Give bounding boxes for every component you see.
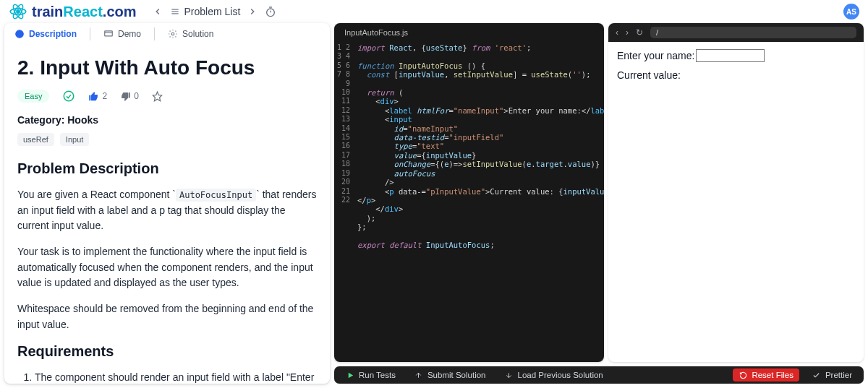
preview-current-value: Current value: xyxy=(617,69,855,81)
svg-marker-16 xyxy=(153,92,162,101)
check-icon xyxy=(812,371,821,379)
left-tabs: i Description Demo Solution xyxy=(4,23,330,45)
solution-icon xyxy=(168,29,178,39)
difficulty-badge: Easy xyxy=(17,90,49,103)
topbar: trainReact.com Problem List AS xyxy=(0,0,868,23)
reset-icon xyxy=(739,371,747,379)
avatar[interactable]: AS xyxy=(843,4,859,20)
preview-name-input[interactable] xyxy=(696,49,765,62)
problem-list-menu-button[interactable]: Problem List xyxy=(170,6,241,17)
svg-point-0 xyxy=(17,10,20,13)
category: Category: Hooks xyxy=(17,114,317,126)
brand-train: train xyxy=(32,4,63,20)
preview-back-icon[interactable]: ‹ xyxy=(616,28,618,37)
svg-marker-17 xyxy=(348,372,352,377)
run-tests-button[interactable]: Run Tests xyxy=(340,368,401,381)
solved-check-icon xyxy=(62,90,75,103)
preview-url-bar[interactable]: / xyxy=(650,27,856,38)
desc-para-3: Whitespace should be removed from the be… xyxy=(17,301,317,332)
code-body[interactable]: 1 2 3 4 5 6 7 8 9 10 11 12 13 14 15 16 1… xyxy=(334,38,604,362)
brand-react: React xyxy=(63,4,102,20)
description-icon: i xyxy=(14,29,25,39)
download-icon xyxy=(504,371,513,379)
tab-solution[interactable]: Solution xyxy=(168,29,213,39)
brand-logo[interactable]: trainReact.com xyxy=(9,2,137,21)
code-editor[interactable]: InputAutoFocus.js 1 2 3 4 5 6 7 8 9 10 1… xyxy=(334,23,604,362)
dislike-button[interactable]: 0 xyxy=(120,91,139,102)
tags: useRef Input xyxy=(17,133,317,146)
desc-para-1: You are given a React component `AutoFoc… xyxy=(17,187,317,234)
svg-rect-12 xyxy=(105,31,113,36)
preview-toolbar: ‹ › ↻ / xyxy=(608,23,864,42)
right-column: InputAutoFocus.js 1 2 3 4 5 6 7 8 9 10 1… xyxy=(334,23,864,384)
desc-para-2: Your task is to implement the functional… xyxy=(17,244,317,291)
svg-point-14 xyxy=(171,33,174,35)
svg-point-15 xyxy=(64,91,75,101)
nav-forward-button[interactable] xyxy=(247,7,258,17)
preview-panel: ‹ › ↻ / Enter your name: Current value: xyxy=(608,23,864,362)
main: i Description Demo Solution 2. Input Wit… xyxy=(0,23,868,388)
bookmark-button[interactable] xyxy=(152,91,163,102)
upload-icon xyxy=(414,371,423,379)
play-icon xyxy=(346,371,354,379)
tab-description[interactable]: i Description xyxy=(14,29,77,39)
preview-label: Enter your name: xyxy=(617,50,694,61)
demo-icon xyxy=(103,29,114,39)
req-item: The component should render an input fie… xyxy=(35,370,317,384)
preview-body: Enter your name: Current value: xyxy=(608,42,864,88)
nav-back-button[interactable] xyxy=(153,7,163,17)
left-panel: i Description Demo Solution 2. Input Wit… xyxy=(4,23,330,384)
line-gutter: 1 2 3 4 5 6 7 8 9 10 11 12 13 14 15 16 1… xyxy=(334,43,354,204)
atom-icon xyxy=(9,2,27,21)
load-previous-button[interactable]: Load Previous Solution xyxy=(498,368,608,381)
requirements-list: The component should render an input fie… xyxy=(17,370,317,384)
like-button[interactable]: 2 xyxy=(88,91,107,102)
description-scroll[interactable]: 2. Input With Auto Focus Easy 2 0 xyxy=(4,45,330,384)
problem-list-label: Problem List xyxy=(184,6,241,17)
reset-files-button[interactable]: Reset Files xyxy=(733,368,799,381)
tab-demo[interactable]: Demo xyxy=(103,29,141,39)
topnav: Problem List xyxy=(153,6,277,17)
submit-solution-button[interactable]: Submit Solution xyxy=(409,368,492,381)
tag-input[interactable]: Input xyxy=(60,133,89,146)
svg-point-7 xyxy=(267,9,275,17)
preview-reload-icon[interactable]: ↻ xyxy=(636,28,643,37)
brand-dotcom: .com xyxy=(103,4,137,20)
timer-button[interactable] xyxy=(265,6,276,17)
prettier-button[interactable]: Prettier xyxy=(807,368,858,381)
section-requirements: Requirements xyxy=(17,343,317,360)
svg-text:i: i xyxy=(19,31,20,36)
section-problem-description: Problem Description xyxy=(17,160,317,177)
editor-filename[interactable]: InputAutoFocus.js xyxy=(334,23,604,38)
code-autofocusinput: AutoFocusInput xyxy=(176,189,256,202)
problem-title: 2. Input With Auto Focus xyxy=(17,56,317,79)
action-bar: Run Tests Submit Solution Load Previous … xyxy=(334,366,864,384)
code-content[interactable]: import React, {useState} from 'react'; f… xyxy=(357,43,604,249)
tag-useref[interactable]: useRef xyxy=(17,133,54,146)
meta-row: Easy 2 0 xyxy=(17,90,317,103)
preview-forward-icon[interactable]: › xyxy=(626,28,629,37)
panes: InputAutoFocus.js 1 2 3 4 5 6 7 8 9 10 1… xyxy=(334,23,864,362)
